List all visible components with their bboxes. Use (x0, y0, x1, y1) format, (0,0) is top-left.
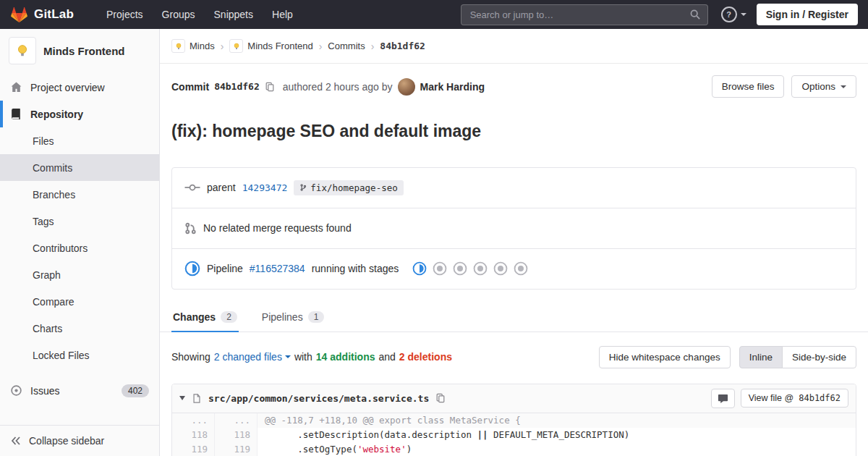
pipeline-running-icon[interactable] (184, 261, 200, 276)
copy-path-button[interactable] (435, 393, 446, 403)
diff-file-path[interactable]: src/app/common/services/meta.service.ts (208, 393, 429, 404)
chevron-down-icon (285, 355, 291, 358)
diff-file: src/app/common/services/meta.service.ts … (171, 384, 856, 456)
old-line-number[interactable]: 119 (172, 442, 215, 456)
sidebar-item-label: Issues (30, 385, 59, 397)
breadcrumb-link[interactable]: Commits (328, 41, 365, 51)
chevron-down-icon (841, 85, 846, 88)
nav-projects[interactable]: Projects (97, 0, 153, 29)
diff-line-row: 119 119 .setOgType('website') (172, 442, 856, 456)
authored-text: authored 2 hours ago by (283, 81, 393, 93)
commit-header: Commit 84b1df62 authored 2 hours ago by … (160, 64, 868, 105)
showing-text: Showing (171, 351, 210, 363)
browse-files-button[interactable]: Browse files (712, 75, 785, 98)
author-name-link[interactable]: Mark Harding (420, 81, 485, 93)
code-operator: || (477, 429, 488, 440)
sidebar-item-commits[interactable]: Commits (0, 154, 159, 181)
pipeline-stage-created-icon[interactable] (433, 261, 447, 276)
collapse-icon (10, 435, 22, 447)
options-dropdown-button[interactable]: Options (791, 75, 856, 98)
collapse-diff-icon[interactable] (179, 396, 185, 400)
code-line: .setDescription(data.description || DEFA… (258, 428, 856, 442)
toggle-comments-button[interactable] (711, 389, 735, 408)
options-label: Options (801, 81, 835, 92)
changed-files-dropdown[interactable]: 2 changed files (214, 351, 291, 363)
code-line: .setOgType('website') (258, 442, 856, 456)
view-file-button[interactable]: View file @ 84b1df62 (741, 389, 848, 408)
nav-groups[interactable]: Groups (153, 0, 205, 29)
breadcrumb-separator: › (221, 41, 224, 52)
pipeline-stage-created-icon[interactable] (514, 261, 528, 276)
pipeline-id-link[interactable]: #116527384 (250, 263, 305, 274)
diff-view-controls: Hide whitespace changes Inline Side-by-s… (599, 346, 856, 368)
search-box[interactable] (461, 4, 708, 25)
sidebar-item-graph[interactable]: Graph (0, 261, 159, 288)
sidebar-item-files[interactable]: Files (0, 127, 159, 154)
additions-count: 14 additions (316, 351, 375, 363)
pipeline-stage-running-icon[interactable] (412, 261, 427, 276)
old-line-number[interactable]: 118 (172, 428, 215, 442)
breadcrumb-separator: › (371, 41, 375, 52)
commit-label: Commit (171, 81, 209, 93)
pipeline-status-text: running with stages (312, 263, 399, 274)
sidebar-item-contributors[interactable]: Contributors (0, 235, 159, 261)
sidebar-item-locked-files[interactable]: Locked Files (0, 342, 159, 368)
file-icon (192, 393, 202, 404)
nav-help[interactable]: Help (263, 0, 302, 29)
sidebar-item-charts[interactable]: Charts (0, 315, 159, 342)
diff-table: ... ... @@ -118,7 +118,10 @@ export clas… (172, 413, 856, 456)
help-dropdown[interactable]: ? (721, 7, 746, 22)
branch-ref-badge[interactable]: fix/homepage-seo (294, 180, 403, 195)
sidebar-item-compare[interactable]: Compare (0, 288, 159, 315)
sign-in-register-button[interactable]: Sign in / Register (757, 4, 858, 25)
top-navbar: GitLab Projects Groups Snippets Help ? S… (0, 0, 868, 29)
old-line-number: ... (172, 413, 215, 428)
sidebar-item-branches[interactable]: Branches (0, 181, 159, 208)
pipeline-label: Pipeline (207, 263, 243, 274)
gitlab-home-link[interactable]: GitLab (10, 6, 74, 23)
breadcrumb-link[interactable]: Minds Frontend (247, 41, 312, 51)
changed-files-label: 2 changed files (214, 351, 282, 363)
breadcrumb-commits[interactable]: Commits (328, 41, 365, 51)
repository-subnav: Files Commits Branches Tags Contributors… (0, 127, 159, 368)
pipeline-stage-created-icon[interactable] (453, 261, 467, 276)
nav-snippets[interactable]: Snippets (205, 0, 263, 29)
code-text: .setOgType( (265, 444, 357, 455)
breadcrumb-separator: › (319, 41, 323, 52)
code-text: ) (407, 444, 412, 455)
hide-whitespace-button[interactable]: Hide whitespace changes (599, 346, 731, 368)
primary-nav: Projects Groups Snippets Help (97, 0, 302, 29)
commit-tabs: Changes 2 Pipelines 1 (160, 301, 868, 332)
breadcrumb-link[interactable]: Minds (190, 41, 215, 51)
new-line-number[interactable]: 118 (215, 428, 258, 442)
tab-pipelines[interactable]: Pipelines 1 (260, 301, 326, 332)
help-icon: ? (721, 7, 737, 22)
sidebar-item-project-overview[interactable]: Project overview (0, 74, 159, 101)
author-avatar[interactable] (398, 78, 415, 96)
parent-sha-link[interactable]: 14293472 (242, 182, 288, 193)
pipeline-stage-created-icon[interactable] (473, 261, 488, 276)
collapse-sidebar-button[interactable]: Collapse sidebar (0, 425, 159, 456)
main-content: Minds › Minds Frontend › Commits › 84b1d… (160, 29, 868, 456)
sidebar-item-tags[interactable]: Tags (0, 208, 159, 235)
pipeline-stage-created-icon[interactable] (493, 261, 508, 276)
side-by-side-view-button[interactable]: Side-by-side (782, 346, 856, 368)
new-line-number[interactable]: 119 (215, 442, 258, 456)
tab-changes[interactable]: Changes 2 (171, 301, 239, 332)
copy-sha-button[interactable] (265, 82, 275, 92)
search-icon (690, 9, 700, 20)
and-text: and (378, 351, 395, 363)
breadcrumb-group[interactable]: Minds (171, 39, 215, 53)
commit-title: (fix): homepage SEO and default image (160, 116, 868, 156)
sidebar-item-repository[interactable]: Repository (0, 101, 159, 127)
new-line-number: ... (215, 413, 258, 428)
parent-label: parent (207, 182, 236, 193)
sidebar-item-issues[interactable]: Issues 402 (0, 377, 159, 404)
inline-view-button[interactable]: Inline (739, 346, 783, 368)
diff-summary: Showing 2 changed files with 14 addition… (160, 332, 868, 382)
diff-hunk-row: ... ... @@ -118,7 +118,10 @@ export clas… (172, 413, 856, 428)
breadcrumb-project[interactable]: Minds Frontend (229, 39, 312, 53)
search-input[interactable] (469, 9, 684, 21)
project-context-header[interactable]: Minds Frontend (0, 29, 159, 74)
pipeline-row: Pipeline #116527384 running with stages (172, 248, 856, 289)
